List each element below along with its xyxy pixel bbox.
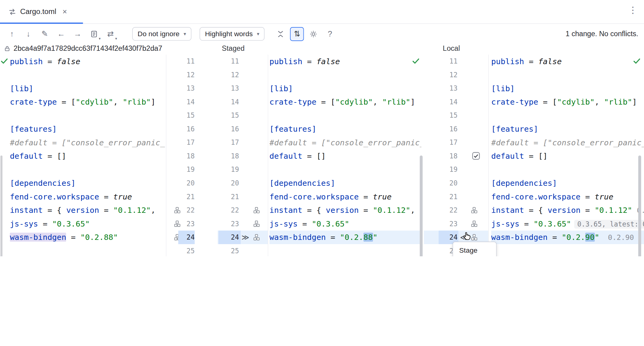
navigate-right-button[interactable]: → <box>71 27 85 41</box>
more-options-icon[interactable]: ⋮ <box>628 5 638 16</box>
line-number-local: 22 <box>439 203 458 217</box>
code-line-left-21: fend-core.workspace = true <box>10 190 167 204</box>
code-line-staged-15 <box>269 109 421 123</box>
line-number-left: 11 <box>178 54 195 68</box>
next-change-button[interactable]: ↓ <box>21 27 35 41</box>
gutter2-row-13: 13 <box>424 82 488 95</box>
swap-sides-button[interactable]: ⇄ ▾ <box>103 27 117 41</box>
ignore-policy-label: Do not ignore <box>138 30 180 38</box>
gutter1-row-13: 1313 <box>166 82 268 95</box>
gutter-left-staged: 1111121213131414151516161717181819192020… <box>166 54 268 256</box>
code-line-left-16: [features] <box>10 122 167 136</box>
line-number-local: 23 <box>439 217 458 231</box>
crate-icon[interactable] <box>253 220 260 227</box>
gutter-local: 1112131415161718192021222324≪25262728 <box>424 54 488 256</box>
line-number-local: 21 <box>439 190 458 204</box>
divider <box>488 54 489 256</box>
include-change-checkbox-icon[interactable] <box>472 152 480 160</box>
dropdown-chevron-icon: ▾ <box>99 37 101 40</box>
code-line-left-14: crate-type = ["cdylib", "rlib"] <box>10 95 167 109</box>
gutter1-row-17: 1717 <box>166 136 268 150</box>
pane-staged-code[interactable]: publish = false[lib]crate-type = ["cdyli… <box>268 54 422 256</box>
crate-icon[interactable] <box>253 207 260 214</box>
local-scrollbar[interactable] <box>638 155 641 256</box>
code-line-local-12 <box>491 68 644 82</box>
dropdown-chevron-icon: ▾ <box>115 37 117 40</box>
highlight-mode-dropdown[interactable]: Highlight words ▾ <box>200 27 265 41</box>
code-line-local-19 <box>491 163 644 177</box>
gutter2-row-18: 18 <box>424 149 488 163</box>
code-line-staged-22: instant = { version = "0.1.12", f <box>269 203 421 217</box>
arrow-left-icon: ← <box>57 29 65 38</box>
local-column-label: Local <box>443 44 460 53</box>
line-number-local: 13 <box>439 82 458 95</box>
line-number-staged: 20 <box>219 176 241 190</box>
diff-icon <box>8 8 16 16</box>
settings-button[interactable] <box>306 27 320 41</box>
line-number-left: 19 <box>178 163 195 177</box>
diff-area: publish = false[lib]crate-type = ["cdyli… <box>0 54 644 256</box>
tab-title: Cargo.toml <box>20 7 56 16</box>
line-number-staged: 23 <box>219 217 241 231</box>
code-line-local-24: wasm-bindgen = "0.2.90" 0.2.90 <box>491 230 644 244</box>
code-line-staged-21: fend-core.workspace = true <box>269 190 421 204</box>
staged-scrollbar[interactable] <box>420 155 422 256</box>
line-number-left: 16 <box>178 122 195 136</box>
line-number-local: 16 <box>439 122 458 136</box>
ignore-policy-dropdown[interactable]: Do not ignore ▾ <box>132 27 191 41</box>
synchronize-scrolling-button[interactable]: ⇅ <box>290 27 304 41</box>
line-number-local: 14 <box>439 95 458 109</box>
pane-left-code[interactable]: publish = false[lib]crate-type = ["cdyli… <box>8 54 168 256</box>
resolved-check-icon <box>411 57 420 65</box>
diff-window: Cargo.toml × ⋮ ↑ ↓ ✎ ← → ▾ ⇄ ▾ Do not ig… <box>0 0 644 256</box>
resolved-check-icon <box>0 57 9 65</box>
collapse-unchanged-button[interactable] <box>274 27 288 41</box>
crate-icon[interactable] <box>471 220 478 227</box>
code-line-local-18: default = [] <box>491 149 644 163</box>
changes-list-button[interactable]: ▾ <box>87 27 101 41</box>
gutter2-row-22: 22 <box>424 203 488 217</box>
line-number-left: 12 <box>178 68 195 82</box>
edit-button[interactable]: ✎ <box>38 27 52 41</box>
line-number-left: 17 <box>178 136 195 150</box>
line-number-staged: 18 <box>219 149 241 163</box>
line-number-left: 22 <box>178 203 195 217</box>
gutter1-row-14: 1414 <box>166 95 268 109</box>
stage-tooltip: Stage <box>453 242 496 256</box>
pane-local-code[interactable]: publish = false[lib]crate-type = ["cdyli… <box>491 54 644 256</box>
line-number-left: 24 <box>178 230 195 244</box>
code-line-local-23: js-sys = "0.3.65"0.3.65, latest: 0.3. <box>491 217 644 231</box>
gutter2-row-19: 19 <box>424 163 488 177</box>
tab-close-icon[interactable]: × <box>62 7 67 16</box>
line-number-left: 14 <box>178 95 195 109</box>
line-number-staged: 16 <box>219 122 241 136</box>
line-number-left: 21 <box>178 190 195 204</box>
code-line-left-18: default = [] <box>10 149 167 163</box>
crate-icon[interactable] <box>253 234 260 241</box>
sync-scroll-icon: ⇅ <box>294 29 300 39</box>
line-number-left: 25 <box>178 244 195 256</box>
line-number-staged: 19 <box>219 163 241 177</box>
code-line-local-16: [features] <box>491 122 644 136</box>
gutter2-row-14: 14 <box>424 95 488 109</box>
code-line-left-17: #default = ["console_error_panic_ <box>10 136 167 150</box>
left-scrollbar[interactable] <box>0 155 2 256</box>
tab-bar: Cargo.toml × ⋮ <box>0 0 644 24</box>
code-line-left-19 <box>10 163 167 177</box>
lock-icon <box>4 46 10 52</box>
gear-icon <box>310 30 318 38</box>
tab-cargo-toml[interactable]: Cargo.toml × <box>0 0 76 23</box>
gutter1-row-16: 1616 <box>166 122 268 136</box>
line-number-staged: 11 <box>219 54 241 68</box>
gutter2-row-23: 23 <box>424 217 488 231</box>
line-number-staged: 24 <box>219 230 241 244</box>
gutter1-row-19: 1919 <box>166 163 268 177</box>
line-number-staged: 25 <box>219 244 241 256</box>
apply-to-local-icon[interactable]: ≫ <box>242 230 249 244</box>
code-line-staged-20: [dependencies] <box>269 176 421 190</box>
navigate-left-button[interactable]: ← <box>54 27 68 41</box>
line-number-local: 15 <box>439 109 458 123</box>
help-button[interactable]: ? <box>323 27 337 41</box>
previous-change-button[interactable]: ↑ <box>5 27 19 41</box>
crate-icon[interactable] <box>471 207 478 214</box>
